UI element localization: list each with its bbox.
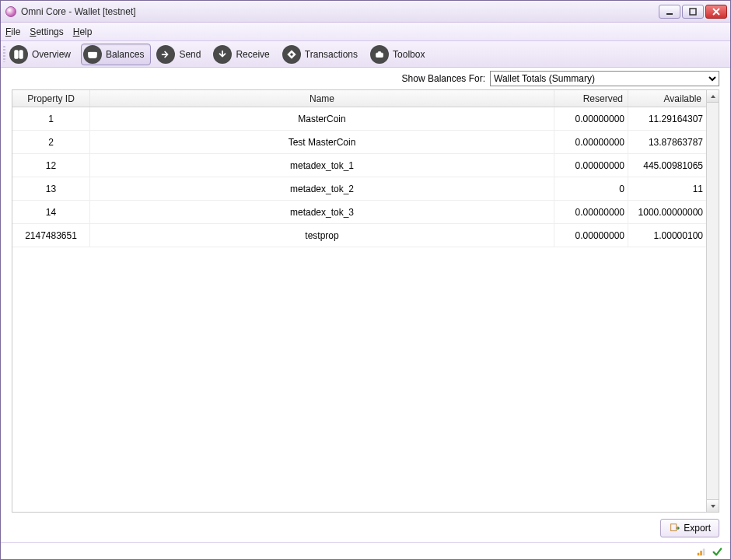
cell-reserved: 0.00000000 <box>554 154 628 177</box>
window-controls <box>659 5 727 19</box>
export-button[interactable]: Export <box>660 519 719 537</box>
cell-property-id: 13 <box>12 177 90 200</box>
overview-button[interactable]: Overview <box>7 44 78 65</box>
cell-reserved: 0.00000000 <box>554 107 628 130</box>
receive-label: Receive <box>236 49 269 60</box>
scroll-track[interactable] <box>707 103 719 499</box>
col-available[interactable]: Available <box>628 90 706 107</box>
show-balances-label: Show Balances For: <box>402 73 485 84</box>
close-button[interactable] <box>705 5 727 19</box>
statusbar <box>1 542 730 559</box>
balances-table: Property ID Name Reserved Available 1Mas… <box>12 90 706 512</box>
svg-rect-2 <box>15 50 18 58</box>
chevron-up-icon <box>710 93 716 100</box>
cell-property-id: 2147483651 <box>12 224 90 247</box>
cell-reserved: 0.00000000 <box>554 131 628 153</box>
cell-property-id: 14 <box>12 201 90 223</box>
balances-icon <box>83 45 102 64</box>
col-reserved[interactable]: Reserved <box>554 90 628 107</box>
cell-available: 11 <box>628 177 706 200</box>
cell-reserved: 0 <box>554 177 628 200</box>
export-icon <box>669 523 680 534</box>
table-row[interactable]: 12metadex_tok_10.00000000445.00981065 <box>12 154 706 177</box>
col-name[interactable]: Name <box>90 90 554 107</box>
menu-help[interactable]: Help <box>73 26 93 37</box>
svg-rect-5 <box>89 52 97 54</box>
toolbox-icon <box>370 45 389 64</box>
cell-name: metadex_tok_3 <box>90 201 554 223</box>
minimize-button[interactable] <box>659 5 680 19</box>
svg-rect-8 <box>671 524 677 531</box>
svg-rect-3 <box>19 50 23 58</box>
menu-file-rest: ile <box>11 26 20 37</box>
cell-name: MasterCoin <box>90 107 554 130</box>
maximize-icon <box>689 8 697 16</box>
cell-name: metadex_tok_2 <box>90 177 554 200</box>
cell-available: 1.00000100 <box>628 224 706 247</box>
toolbox-button[interactable]: Toolbox <box>368 44 432 65</box>
balances-table-wrap: Property ID Name Reserved Available 1Mas… <box>12 89 719 513</box>
menu-settings-rest: ettings <box>36 26 63 37</box>
vertical-scrollbar[interactable] <box>706 90 719 512</box>
chevron-down-icon <box>710 503 716 509</box>
export-bar: Export <box>1 519 730 542</box>
cell-reserved: 0.00000000 <box>554 201 628 223</box>
send-icon <box>156 45 175 64</box>
transactions-icon <box>282 45 301 64</box>
window-title: Omni Core - Wallet [testnet] <box>21 6 659 17</box>
table-body: 1MasterCoin0.0000000011.291643072Test Ma… <box>12 107 706 512</box>
svg-rect-11 <box>703 548 705 555</box>
toolbox-label: Toolbox <box>393 49 425 60</box>
overview-icon <box>9 45 28 64</box>
app-window: Omni Core - Wallet [testnet] File Settin… <box>0 0 731 560</box>
cell-name: metadex_tok_1 <box>90 154 554 177</box>
close-icon <box>712 8 720 16</box>
cell-property-id: 2 <box>12 131 90 153</box>
show-balances-select[interactable]: Wallet Totals (Summary) <box>490 71 719 86</box>
menu-help-rest: elp <box>79 26 92 37</box>
cell-available: 445.00981065 <box>628 154 706 177</box>
toolbar: Overview Balances Send Receive Transacti… <box>1 41 730 68</box>
cell-property-id: 12 <box>12 154 90 177</box>
svg-rect-10 <box>700 551 702 555</box>
table-row[interactable]: 2Test MasterCoin0.0000000013.87863787 <box>12 131 706 154</box>
cell-name: Test MasterCoin <box>90 131 554 153</box>
col-property-id[interactable]: Property ID <box>12 90 90 107</box>
receive-button[interactable]: Receive <box>211 44 276 65</box>
export-label: Export <box>684 523 711 534</box>
cell-reserved: 0.00000000 <box>554 224 628 247</box>
table-row[interactable]: 13metadex_tok_2011 <box>12 177 706 201</box>
scroll-down-button[interactable] <box>707 499 719 512</box>
app-icon <box>5 6 16 17</box>
titlebar: Omni Core - Wallet [testnet] <box>1 1 730 23</box>
send-label: Send <box>179 49 201 60</box>
cell-available: 13.87863787 <box>628 131 706 153</box>
minimize-icon <box>666 8 673 16</box>
balances-label: Balances <box>106 49 144 60</box>
svg-rect-0 <box>666 13 673 15</box>
table-row[interactable]: 1MasterCoin0.0000000011.29164307 <box>12 107 706 131</box>
receive-icon <box>213 45 232 64</box>
table-row[interactable]: 14metadex_tok_30.000000001000.00000000 <box>12 201 706 224</box>
menu-settings[interactable]: Settings <box>30 26 63 37</box>
balances-button[interactable]: Balances <box>81 44 151 65</box>
cell-property-id: 1 <box>12 107 90 130</box>
svg-rect-1 <box>690 9 696 15</box>
cell-name: testprop <box>90 224 554 247</box>
send-button[interactable]: Send <box>154 44 208 65</box>
transactions-button[interactable]: Transactions <box>280 44 365 65</box>
svg-rect-7 <box>378 51 381 54</box>
network-bars-icon <box>696 546 707 557</box>
svg-rect-9 <box>698 552 700 555</box>
menu-file[interactable]: File <box>5 26 20 37</box>
scroll-up-button[interactable] <box>707 90 719 103</box>
transactions-label: Transactions <box>305 49 358 60</box>
cell-available: 11.29164307 <box>628 107 706 130</box>
table-row[interactable]: 2147483651testprop0.000000001.00000100 <box>12 224 706 247</box>
overview-label: Overview <box>32 49 71 60</box>
menubar: File Settings Help <box>1 23 730 41</box>
table-header: Property ID Name Reserved Available <box>12 90 706 107</box>
maximize-button[interactable] <box>682 5 704 19</box>
balances-filter-bar: Show Balances For: Wallet Totals (Summar… <box>1 68 730 89</box>
cell-available: 1000.00000000 <box>628 201 706 223</box>
